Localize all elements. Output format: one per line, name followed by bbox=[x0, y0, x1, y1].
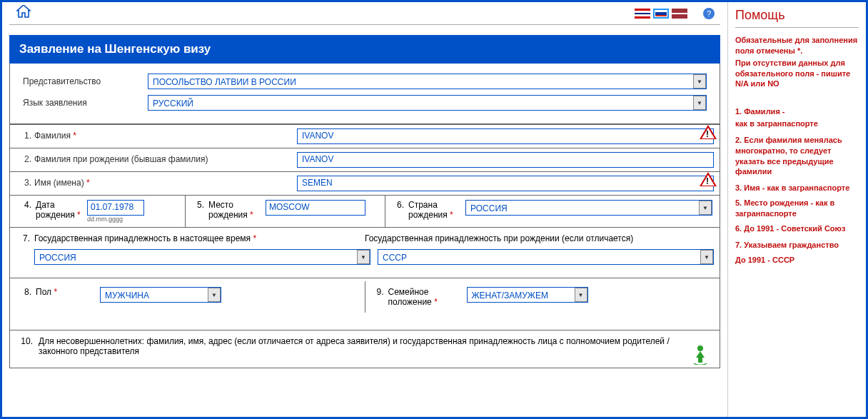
nationality-birth-select[interactable]: СССР ▼ bbox=[378, 249, 714, 265]
surname-input[interactable]: IVANOV bbox=[297, 128, 714, 144]
field-num: 1. bbox=[10, 125, 34, 148]
cob-select[interactable]: РОССИЯ bbox=[465, 200, 712, 216]
chevron-down-icon[interactable]: ▼ bbox=[693, 96, 706, 110]
sex-label: Пол * bbox=[36, 287, 100, 297]
minors-label: Для несовершеннолетних: фамилия, имя, ад… bbox=[39, 336, 712, 356]
field-num: 6. bbox=[393, 200, 408, 223]
pob-label: Место bbox=[208, 200, 266, 210]
field-num: 5. bbox=[193, 200, 208, 223]
top-toolbar: ? bbox=[9, 6, 720, 25]
dob-label: Дата bbox=[36, 200, 87, 210]
cob-label: Страна bbox=[408, 200, 465, 210]
marital-select[interactable]: ЖЕНАТ/ЗАМУЖЕМ bbox=[467, 287, 588, 303]
chevron-down-icon[interactable]: ▼ bbox=[699, 201, 712, 215]
firstname-label: Имя (имена) * bbox=[34, 172, 291, 195]
help-title: Помощь bbox=[735, 8, 859, 28]
dob-hint: dd.mm.gggg bbox=[87, 216, 144, 223]
home-icon[interactable] bbox=[16, 5, 31, 21]
surname-label: Фамилия * bbox=[34, 125, 291, 148]
chevron-down-icon[interactable]: ▼ bbox=[208, 288, 221, 302]
nationality-birth-label: Государственная принадлежность при рожде… bbox=[365, 233, 714, 243]
chevron-down-icon[interactable]: ▼ bbox=[357, 250, 370, 264]
field-num: 7. bbox=[16, 233, 34, 243]
birth-surname-label: Фамилия при рождении (бывшая фамилия) bbox=[34, 148, 291, 171]
field-num: 4. bbox=[17, 200, 36, 223]
help-panel: Помощь Обязательные для заполнения поля … bbox=[727, 2, 866, 417]
chevron-down-icon[interactable]: ▼ bbox=[700, 250, 713, 264]
warning-icon: ! bbox=[700, 172, 717, 186]
representation-select[interactable]: ПОСОЛЬСТВО ЛАТВИИ В РОССИИ ▼ bbox=[148, 74, 707, 89]
form-table: 1. Фамилия * IVANOV ! 2. Фамилия при рож… bbox=[9, 124, 720, 368]
chevron-down-icon[interactable]: ▼ bbox=[693, 74, 706, 89]
field-num: 9. bbox=[373, 287, 388, 297]
field-num: 8. bbox=[17, 287, 36, 297]
birth-surname-input[interactable]: IVANOV bbox=[297, 152, 714, 168]
svg-point-0 bbox=[697, 345, 703, 351]
field-num: 3. bbox=[10, 172, 34, 195]
language-label: Язык заявления bbox=[23, 98, 148, 108]
field-num: 2. bbox=[10, 148, 34, 171]
flag-ru-icon[interactable] bbox=[653, 9, 669, 19]
nationality-now-label: Государственная принадлежность в настоящ… bbox=[34, 233, 256, 243]
firstname-input[interactable]: SEMEN bbox=[297, 176, 714, 191]
dob-input[interactable]: 01.07.1978 bbox=[87, 200, 144, 216]
nationality-now-select[interactable]: РОССИЯ ▼ bbox=[34, 249, 370, 265]
flag-uk-icon[interactable] bbox=[635, 9, 650, 19]
field-num: 10. bbox=[17, 336, 39, 356]
baby-icon bbox=[690, 343, 711, 365]
chevron-down-icon[interactable]: ▼ bbox=[575, 288, 587, 302]
help-icon[interactable]: ? bbox=[703, 8, 715, 19]
language-select[interactable]: РУССКИЙ ▼ bbox=[148, 95, 707, 111]
representation-label: Представительство bbox=[23, 76, 148, 86]
warning-icon: ! bbox=[700, 125, 717, 139]
flag-lv-icon[interactable] bbox=[672, 9, 687, 19]
page-title: Заявление на Шенгенскую визу bbox=[9, 35, 720, 64]
sex-select[interactable]: МУЖЧИНА bbox=[100, 287, 221, 303]
intro-block: Представительство ПОСОЛЬСТВО ЛАТВИИ В РО… bbox=[9, 64, 720, 124]
marital-label: Семейноеположение * bbox=[388, 287, 467, 307]
pob-input[interactable]: MOSCOW bbox=[266, 200, 365, 216]
